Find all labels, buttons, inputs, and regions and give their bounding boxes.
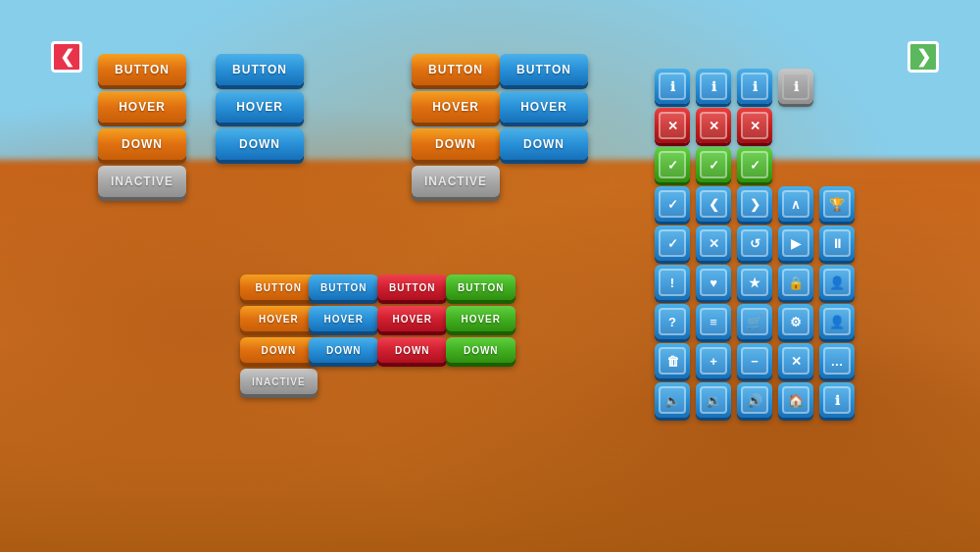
sm-inactive-orange: INACTIVE — [240, 369, 318, 394]
sm-down-blue[interactable]: DOWN — [309, 337, 378, 363]
down-blue2-button[interactable]: DOWN — [500, 128, 588, 160]
chevron-right-icon: ❯ — [916, 46, 931, 68]
down-blue-button[interactable]: DOWN — [216, 128, 304, 160]
sm-hover-green[interactable]: HOVER — [446, 306, 515, 331]
hover-orange-button[interactable]: HOVER — [98, 91, 186, 123]
inactive-orange-button: InactIve — [98, 166, 186, 197]
question-icon[interactable]: ? — [655, 304, 690, 339]
volume-mid-icon[interactable]: 🔉 — [696, 382, 731, 418]
button-blue2-button[interactable]: BUTTON — [500, 54, 588, 85]
chevron-right-icon-2[interactable]: ❯ — [737, 186, 772, 222]
info-icon-3[interactable]: ℹ — [737, 69, 772, 104]
pause-icon[interactable]: ⏸ — [819, 226, 855, 261]
sm-down-orange[interactable]: DOWN — [240, 337, 318, 363]
icon-grid: ℹ ℹ ℹ ℹ ✕ ✕ ✕ ✓ ✓ ✓ ✓ ❮ ❯ ∧ 🏆 ✓ ✕ ↺ ▶ ⏸ … — [655, 69, 857, 418]
small-button-group-orange: BUTTON HOVER DOWN INACTIVE — [240, 275, 318, 394]
x-icon-1[interactable]: ✕ — [655, 108, 690, 143]
small-button-group-green: BUTTON HOVER DOWN — [446, 275, 515, 363]
sm-down-green[interactable]: DOWN — [446, 337, 515, 363]
hover-orange2-button[interactable]: HOVER — [412, 91, 500, 123]
dots-icon[interactable]: … — [819, 343, 855, 378]
chevron-left-icon: ❮ — [60, 46, 74, 68]
small-button-group-red: BUTTON HOVER DOWN — [377, 275, 447, 363]
check-icon-1[interactable]: ✓ — [655, 147, 690, 182]
button-blue-button[interactable]: BUTTON — [216, 54, 304, 85]
home-icon[interactable]: 🏠 — [778, 382, 813, 418]
x-icon-3[interactable]: ✕ — [737, 108, 772, 143]
play-icon[interactable]: ▶ — [778, 226, 813, 261]
lock-icon[interactable]: 🔒 — [778, 265, 813, 300]
button-orange-button[interactable]: BUTTON — [98, 54, 186, 85]
volume-high-icon[interactable]: 🔊 — [737, 382, 772, 418]
trash-icon[interactable]: 🗑 — [655, 343, 690, 378]
volume-low-icon[interactable]: 🔈 — [655, 382, 690, 418]
button-group-blue2: BUTTON HOVER DOWN — [500, 54, 588, 160]
sm-button-orange[interactable]: BUTTON — [240, 275, 318, 300]
user-icon[interactable]: 👤 — [819, 304, 855, 339]
plus-icon[interactable]: + — [696, 343, 731, 378]
button-group-orange: BUTTON HOVER DOWN InactIve — [98, 54, 186, 197]
sm-button-green[interactable]: BUTTON — [446, 275, 515, 300]
chevron-left-icon[interactable]: ❮ — [696, 186, 731, 222]
sm-button-red[interactable]: BUTTON — [377, 275, 447, 300]
check-icon-3[interactable]: ✓ — [737, 147, 772, 182]
heart-icon[interactable]: ♥ — [696, 265, 731, 300]
down-orange-button[interactable]: DOWN — [98, 128, 186, 160]
star-icon[interactable]: ★ — [737, 265, 772, 300]
nav-left-button[interactable]: ❮ — [51, 41, 82, 73]
hover-blue2-button[interactable]: HOVER — [500, 91, 588, 123]
menu-icon[interactable]: ≡ — [696, 304, 731, 339]
button-group-orange2: BUTTON HOVER DOWN INACTIVE — [412, 54, 500, 197]
x-icon-5[interactable]: ✕ — [778, 343, 813, 378]
sm-down-red[interactable]: DOWN — [377, 337, 447, 363]
check-icon-2[interactable]: ✓ — [696, 147, 731, 182]
exclamation-icon[interactable]: ! — [655, 265, 690, 300]
minus-icon[interactable]: − — [737, 343, 772, 378]
info-icon-5[interactable]: ℹ — [819, 382, 855, 418]
x-icon-4[interactable]: ✕ — [696, 226, 731, 261]
down-orange2-button[interactable]: DOWN — [412, 128, 500, 160]
gear-icon[interactable]: ⚙ — [778, 304, 813, 339]
sm-hover-red[interactable]: HOVER — [377, 306, 447, 331]
trophy-icon[interactable]: 🏆 — [819, 186, 855, 222]
sm-hover-orange[interactable]: HOVER — [240, 306, 318, 331]
sm-button-blue[interactable]: BUTTON — [309, 275, 378, 300]
small-button-group-blue: BUTTON HOVER DOWN — [309, 275, 378, 363]
inactive-orange2-button: INACTIVE — [412, 166, 500, 197]
cart-icon[interactable]: 🛒 — [737, 304, 772, 339]
info-icon-2[interactable]: ℹ — [696, 69, 731, 104]
check-icon-5[interactable]: ✓ — [655, 226, 690, 261]
person-icon[interactable]: 👤 — [819, 265, 855, 300]
sm-hover-blue[interactable]: HOVER — [309, 306, 378, 331]
hover-blue-button[interactable]: HOVER — [216, 91, 304, 123]
x-icon-2[interactable]: ✕ — [696, 108, 731, 143]
refresh-icon[interactable]: ↺ — [737, 226, 772, 261]
info-icon-4[interactable]: ℹ — [778, 69, 813, 104]
chevron-up-icon[interactable]: ∧ — [778, 186, 813, 222]
nav-right-button[interactable]: ❯ — [907, 41, 939, 73]
check-icon-4[interactable]: ✓ — [655, 186, 690, 222]
info-icon-1[interactable]: ℹ — [655, 69, 690, 104]
button-group-blue: BUTTON HOVER DOWN — [216, 54, 304, 160]
button-orange2-button[interactable]: BUTTON — [412, 54, 500, 85]
